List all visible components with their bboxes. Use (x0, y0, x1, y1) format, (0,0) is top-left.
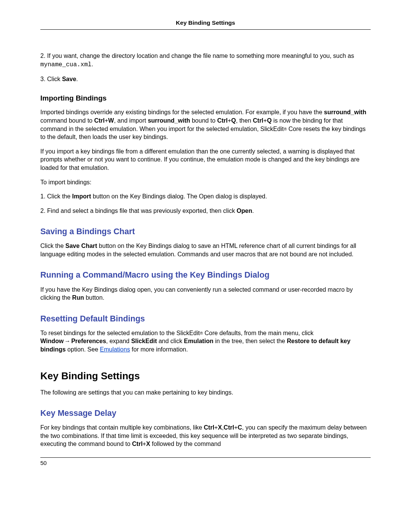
body-text: bound to (190, 117, 217, 124)
bold-text: Ctrl (217, 117, 228, 124)
bold-text: Save (62, 76, 76, 82)
body-text: + (105, 117, 108, 124)
body-text: . (252, 208, 254, 214)
bold-text: X (218, 424, 222, 431)
body-text: for more information. (130, 346, 188, 353)
subheading-importing: Importing Bindings (40, 93, 371, 103)
body-text: + (263, 117, 267, 124)
paragraph: Imported bindings override any existing … (40, 108, 371, 141)
list-item: 3. Click Save. (40, 75, 371, 83)
body-text: . (91, 61, 93, 67)
paragraph: If you have the Key Bindings dialog open… (40, 286, 371, 302)
bold-text: W (108, 117, 114, 124)
registered-mark: ® (200, 331, 203, 335)
body-text: Click the (40, 243, 65, 249)
body-text: Imported bindings override any existing … (40, 109, 324, 115)
heading-key-binding-settings: Key Binding Settings (40, 369, 371, 383)
bold-text: Import (72, 193, 91, 200)
body-text: button on the Key Bindings dialog. The O… (91, 193, 267, 200)
bold-text: Q (231, 117, 236, 124)
list-marker: 1. (40, 193, 45, 200)
list-marker: 3. (40, 76, 45, 82)
list-marker: 2. (40, 208, 45, 214)
body-text: option. See (66, 346, 100, 353)
body-text: Core defaults, from the main menu, click (203, 330, 314, 336)
body-text: in the tree, then select the (213, 338, 287, 344)
footer: 50 (40, 457, 371, 467)
bold-text: SlickEdit (131, 338, 157, 344)
body-text: and click (157, 338, 184, 344)
bold-text: Run (72, 294, 84, 301)
body-text: , then (236, 117, 253, 124)
filename-code: myname_cua.xml (40, 61, 91, 68)
heading-key-message-delay: Key Message Delay (40, 408, 371, 419)
heading-saving-chart: Saving a Bindings Chart (40, 226, 371, 237)
list-item: 2. If you want, change the directory loc… (40, 52, 371, 69)
body-text: Find and select a bindings file that was… (47, 208, 237, 214)
registered-mark: ® (284, 127, 287, 131)
paragraph: For key bindings that contain multiple k… (40, 423, 371, 448)
bold-text: Q (267, 117, 271, 124)
list-item: 1. Click the Import button on the Key Bi… (40, 192, 371, 201)
body-text: followed by the command (150, 441, 221, 447)
bold-text: Open (237, 208, 252, 214)
import-steps: 1. Click the Import button on the Key Bi… (40, 192, 371, 215)
page-number: 50 (40, 460, 47, 466)
body-text: button. (84, 294, 104, 301)
paragraph: The following are settings that you can … (40, 388, 371, 397)
paragraph: To import bindings: (40, 178, 371, 187)
bold-text: surround_with (324, 109, 366, 115)
body-text: . (76, 76, 78, 82)
bold-text: Ctrl (132, 441, 143, 447)
emulations-link[interactable]: Emulations (100, 346, 130, 353)
body-text: For key bindings that contain multiple k… (40, 424, 204, 431)
bold-text: Ctrl (253, 117, 264, 124)
paragraph: If you import a key bindings file from a… (40, 147, 371, 172)
arrow-icon: → (64, 338, 71, 344)
body-text: Click (47, 76, 62, 82)
body-text: + (228, 117, 231, 124)
paragraph: To reset bindings for the selected emula… (40, 329, 371, 354)
body-text: Click the (47, 193, 72, 200)
running-header: Key Binding Settings (40, 19, 371, 30)
heading-running-command: Running a Command/Macro using the Key Bi… (40, 270, 371, 281)
body-text: If you want, change the directory locati… (47, 53, 354, 59)
bold-text: Preferences (71, 338, 106, 344)
heading-resetting: Resetting Default Bindings (40, 313, 371, 324)
bold-text: Ctrl (94, 117, 105, 124)
body-text: , and import (114, 117, 148, 124)
bold-text: Emulation (184, 338, 213, 344)
list-item: 2. Find and select a bindings file that … (40, 207, 371, 215)
body-text: , expand (106, 338, 131, 344)
export-steps-continued: 2. If you want, change the directory loc… (40, 52, 371, 83)
bold-text: Ctrl (224, 424, 234, 431)
body-text: + (143, 441, 146, 447)
page: Key Binding Settings 2. If you want, cha… (0, 0, 411, 532)
bold-text: X (146, 441, 150, 447)
list-marker: 2. (40, 53, 45, 59)
bold-text: Ctrl (204, 424, 215, 431)
bold-text: Save Chart (65, 243, 97, 249)
bold-text: C (237, 424, 242, 431)
bold-text: surround_with (148, 117, 190, 124)
paragraph: Click the Save Chart button on the Key B… (40, 242, 371, 258)
body-text: command bound to (40, 117, 94, 124)
bold-text: Window (40, 338, 64, 344)
body-text: To reset bindings for the selected emula… (40, 330, 200, 336)
